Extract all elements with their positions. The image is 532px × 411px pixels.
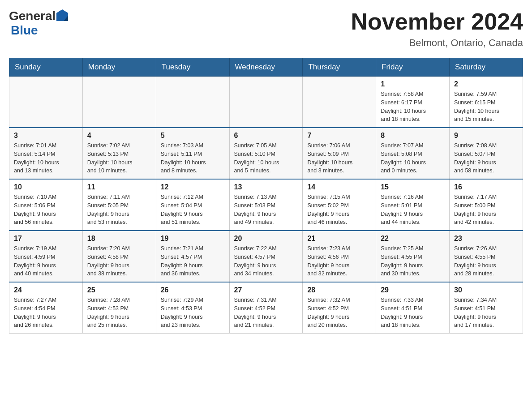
day-number: 14 <box>307 183 371 191</box>
day-cell: 9Sunrise: 7:08 AMSunset: 5:07 PMDaylight… <box>450 128 523 179</box>
day-cell <box>156 77 229 128</box>
day-info: Sunrise: 7:10 AMSunset: 5:06 PMDaylight:… <box>14 193 78 227</box>
day-header-friday: Friday <box>376 58 450 77</box>
day-cell: 8Sunrise: 7:07 AMSunset: 5:08 PMDaylight… <box>376 128 450 179</box>
day-cell: 5Sunrise: 7:03 AMSunset: 5:11 PMDaylight… <box>156 128 229 179</box>
day-header-tuesday: Tuesday <box>156 58 229 77</box>
day-info: Sunrise: 7:28 AMSunset: 4:53 PMDaylight:… <box>87 296 151 330</box>
day-cell: 7Sunrise: 7:06 AMSunset: 5:09 PMDaylight… <box>303 128 376 179</box>
page-header: General Blue November 2024 Belmont, Onta… <box>9 9 523 49</box>
logo-general-text: General <box>9 9 56 23</box>
week-row-1: 1Sunrise: 7:58 AMSunset: 6:17 PMDaylight… <box>9 77 523 128</box>
day-info: Sunrise: 7:03 AMSunset: 5:11 PMDaylight:… <box>161 141 225 175</box>
day-cell: 28Sunrise: 7:32 AMSunset: 4:52 PMDayligh… <box>303 282 376 334</box>
calendar-title: November 2024 <box>351 9 523 34</box>
calendar-subtitle: Belmont, Ontario, Canada <box>351 37 523 49</box>
day-cell: 24Sunrise: 7:27 AMSunset: 4:54 PMDayligh… <box>9 282 83 334</box>
day-info: Sunrise: 7:13 AMSunset: 5:03 PMDaylight:… <box>234 193 298 227</box>
day-header-sunday: Sunday <box>9 58 83 77</box>
day-number: 1 <box>381 80 445 88</box>
day-cell: 1Sunrise: 7:58 AMSunset: 6:17 PMDaylight… <box>376 77 450 128</box>
day-number: 2 <box>454 80 518 88</box>
day-info: Sunrise: 7:01 AMSunset: 5:14 PMDaylight:… <box>14 141 78 175</box>
day-info: Sunrise: 7:27 AMSunset: 4:54 PMDaylight:… <box>14 296 78 330</box>
day-cell: 26Sunrise: 7:29 AMSunset: 4:53 PMDayligh… <box>156 282 229 334</box>
day-info: Sunrise: 7:15 AMSunset: 5:02 PMDaylight:… <box>307 193 371 227</box>
logo-icon <box>56 9 69 22</box>
day-cell: 10Sunrise: 7:10 AMSunset: 5:06 PMDayligh… <box>9 179 83 231</box>
day-info: Sunrise: 7:07 AMSunset: 5:08 PMDaylight:… <box>381 141 445 175</box>
logo-blue-text: Blue <box>11 23 38 37</box>
day-cell: 13Sunrise: 7:13 AMSunset: 5:03 PMDayligh… <box>229 179 303 231</box>
day-header-monday: Monday <box>82 58 156 77</box>
day-number: 10 <box>14 183 78 191</box>
day-info: Sunrise: 7:02 AMSunset: 5:13 PMDaylight:… <box>87 141 151 175</box>
day-cell: 18Sunrise: 7:20 AMSunset: 4:58 PMDayligh… <box>82 231 156 282</box>
day-cell: 27Sunrise: 7:31 AMSunset: 4:52 PMDayligh… <box>229 282 303 334</box>
day-number: 23 <box>454 235 518 243</box>
calendar-table: SundayMondayTuesdayWednesdayThursdayFrid… <box>9 58 523 334</box>
day-cell: 21Sunrise: 7:23 AMSunset: 4:56 PMDayligh… <box>303 231 376 282</box>
day-number: 21 <box>307 235 371 243</box>
day-cell: 29Sunrise: 7:33 AMSunset: 4:51 PMDayligh… <box>376 282 450 334</box>
day-info: Sunrise: 7:16 AMSunset: 5:01 PMDaylight:… <box>381 193 445 227</box>
day-info: Sunrise: 7:17 AMSunset: 5:00 PMDaylight:… <box>454 193 518 227</box>
day-header-thursday: Thursday <box>303 58 376 77</box>
day-number: 7 <box>307 132 371 140</box>
day-info: Sunrise: 7:23 AMSunset: 4:56 PMDaylight:… <box>307 244 371 278</box>
day-number: 26 <box>161 286 225 294</box>
day-info: Sunrise: 7:31 AMSunset: 4:52 PMDaylight:… <box>234 296 298 330</box>
week-row-4: 17Sunrise: 7:19 AMSunset: 4:59 PMDayligh… <box>9 231 523 282</box>
day-number: 15 <box>381 183 445 191</box>
day-number: 20 <box>234 235 298 243</box>
day-number: 5 <box>161 132 225 140</box>
day-cell: 19Sunrise: 7:21 AMSunset: 4:57 PMDayligh… <box>156 231 229 282</box>
day-number: 24 <box>14 286 78 294</box>
week-row-3: 10Sunrise: 7:10 AMSunset: 5:06 PMDayligh… <box>9 179 523 231</box>
day-info: Sunrise: 7:26 AMSunset: 4:55 PMDaylight:… <box>454 244 518 278</box>
day-cell: 20Sunrise: 7:22 AMSunset: 4:57 PMDayligh… <box>229 231 303 282</box>
day-number: 18 <box>87 235 151 243</box>
day-number: 11 <box>87 183 151 191</box>
logo: General Blue <box>9 9 69 38</box>
day-cell: 22Sunrise: 7:25 AMSunset: 4:55 PMDayligh… <box>376 231 450 282</box>
day-number: 22 <box>381 235 445 243</box>
day-cell: 15Sunrise: 7:16 AMSunset: 5:01 PMDayligh… <box>376 179 450 231</box>
day-info: Sunrise: 7:12 AMSunset: 5:04 PMDaylight:… <box>161 193 225 227</box>
day-number: 17 <box>14 235 78 243</box>
day-number: 9 <box>454 132 518 140</box>
day-cell: 17Sunrise: 7:19 AMSunset: 4:59 PMDayligh… <box>9 231 83 282</box>
day-cell: 16Sunrise: 7:17 AMSunset: 5:00 PMDayligh… <box>450 179 523 231</box>
days-header-row: SundayMondayTuesdayWednesdayThursdayFrid… <box>9 58 523 77</box>
day-number: 8 <box>381 132 445 140</box>
day-info: Sunrise: 7:06 AMSunset: 5:09 PMDaylight:… <box>307 141 371 175</box>
day-info: Sunrise: 7:33 AMSunset: 4:51 PMDaylight:… <box>381 296 445 330</box>
day-number: 16 <box>454 183 518 191</box>
day-number: 27 <box>234 286 298 294</box>
day-number: 3 <box>14 132 78 140</box>
day-cell <box>229 77 303 128</box>
day-header-wednesday: Wednesday <box>229 58 303 77</box>
day-number: 13 <box>234 183 298 191</box>
day-cell: 12Sunrise: 7:12 AMSunset: 5:04 PMDayligh… <box>156 179 229 231</box>
day-info: Sunrise: 7:19 AMSunset: 4:59 PMDaylight:… <box>14 244 78 278</box>
day-cell: 3Sunrise: 7:01 AMSunset: 5:14 PMDaylight… <box>9 128 83 179</box>
day-info: Sunrise: 7:21 AMSunset: 4:57 PMDaylight:… <box>161 244 225 278</box>
day-info: Sunrise: 7:29 AMSunset: 4:53 PMDaylight:… <box>161 296 225 330</box>
day-number: 25 <box>87 286 151 294</box>
day-number: 28 <box>307 286 371 294</box>
day-cell: 14Sunrise: 7:15 AMSunset: 5:02 PMDayligh… <box>303 179 376 231</box>
day-number: 12 <box>161 183 225 191</box>
title-section: November 2024 Belmont, Ontario, Canada <box>351 9 523 49</box>
day-cell <box>82 77 156 128</box>
day-cell: 2Sunrise: 7:59 AMSunset: 6:15 PMDaylight… <box>450 77 523 128</box>
day-number: 4 <box>87 132 151 140</box>
day-info: Sunrise: 7:11 AMSunset: 5:05 PMDaylight:… <box>87 193 151 227</box>
day-number: 6 <box>234 132 298 140</box>
day-cell: 11Sunrise: 7:11 AMSunset: 5:05 PMDayligh… <box>82 179 156 231</box>
day-number: 30 <box>454 286 518 294</box>
day-number: 19 <box>161 235 225 243</box>
day-cell: 4Sunrise: 7:02 AMSunset: 5:13 PMDaylight… <box>82 128 156 179</box>
day-cell: 23Sunrise: 7:26 AMSunset: 4:55 PMDayligh… <box>450 231 523 282</box>
day-cell: 30Sunrise: 7:34 AMSunset: 4:51 PMDayligh… <box>450 282 523 334</box>
